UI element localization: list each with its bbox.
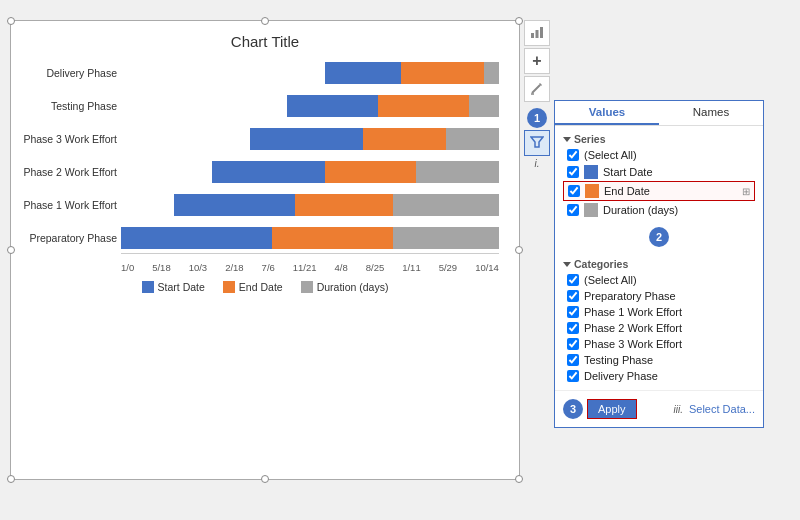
plus-icon: + (532, 52, 541, 70)
badge-2: 2 (649, 227, 669, 247)
bar-segment-orange (325, 161, 416, 183)
chart-elements-button[interactable] (524, 20, 550, 46)
bar-segment-orange (401, 62, 484, 84)
bar-segment-transparent (121, 95, 287, 117)
resize-handle-bl[interactable] (7, 475, 15, 483)
badge-2-row: 2 (555, 223, 763, 251)
footer-label: iii. (674, 404, 683, 415)
select-data-link[interactable]: Select Data... (689, 403, 755, 415)
category-item-label: Preparatory Phase (584, 290, 676, 302)
bar-label: Preparatory Phase (13, 232, 117, 244)
bar-label: Phase 2 Work Effort (13, 166, 117, 178)
categories-section: Categories (Select All)Preparatory Phase… (555, 251, 763, 388)
category-item-label: Delivery Phase (584, 370, 658, 382)
series-item-label: (Select All) (584, 149, 637, 161)
chart-toolbar: + 1 i. (524, 20, 550, 169)
legend-item: Duration (days) (301, 281, 389, 293)
category-checkbox[interactable] (567, 322, 579, 334)
category-checkbox[interactable] (567, 306, 579, 318)
series-checkbox[interactable] (567, 149, 579, 161)
x-axis-label: 8/25 (366, 262, 385, 273)
legend-item: End Date (223, 281, 283, 293)
series-checkbox[interactable] (568, 185, 580, 197)
bar-label: Phase 3 Work Effort (13, 133, 117, 145)
series-item-label: Duration (days) (603, 204, 678, 216)
x-axis-line (121, 253, 499, 254)
tab-values[interactable]: Values (555, 101, 659, 125)
filter-panel-footer: 3 Apply iii. Select Data... (555, 390, 763, 427)
resize-handle-tm[interactable] (261, 17, 269, 25)
bar-row: Phase 3 Work Effort (121, 126, 499, 152)
add-element-button[interactable]: + (524, 48, 550, 74)
category-checkbox[interactable] (567, 290, 579, 302)
series-items: (Select All)Start DateEnd Date⊞Duration … (563, 147, 755, 219)
bar-label: Testing Phase (13, 100, 117, 112)
bar-segment-blue (325, 62, 401, 84)
bar-row: Delivery Phase (121, 60, 499, 86)
resize-handle-tl[interactable] (7, 17, 15, 25)
x-axis-label: 7/6 (262, 262, 275, 273)
x-axis-label: 2/18 (225, 262, 244, 273)
category-checkbox[interactable] (567, 370, 579, 382)
category-filter-item: Testing Phase (563, 352, 755, 368)
bar-segment-orange (378, 95, 469, 117)
badge-3: 3 (563, 399, 583, 419)
resize-handle-bm[interactable] (261, 475, 269, 483)
bar-segment-transparent (121, 161, 212, 183)
legend-label: Start Date (158, 281, 205, 293)
bar-segment-gray (469, 95, 499, 117)
category-checkbox[interactable] (567, 274, 579, 286)
category-checkbox[interactable] (567, 338, 579, 350)
apply-button[interactable]: Apply (587, 399, 637, 419)
bar-segments (121, 194, 499, 216)
bar-segment-gray (416, 161, 499, 183)
bar-segments (121, 227, 499, 249)
bar-row: Phase 1 Work Effort (121, 192, 499, 218)
legend-color-box (223, 281, 235, 293)
bar-segments (121, 62, 499, 84)
resize-handle-mr[interactable] (515, 246, 523, 254)
categories-header: Categories (563, 255, 755, 272)
svg-rect-1 (536, 30, 539, 38)
x-axis-label: 4/8 (335, 262, 348, 273)
category-filter-item: Phase 3 Work Effort (563, 336, 755, 352)
series-checkbox[interactable] (567, 166, 579, 178)
bar-segment-transparent (121, 62, 325, 84)
resize-handle-br[interactable] (515, 475, 523, 483)
bar-segment-orange (295, 194, 393, 216)
bar-segment-gray (446, 128, 499, 150)
series-checkbox[interactable] (567, 204, 579, 216)
chart-elements-icon (530, 25, 544, 42)
category-checkbox[interactable] (567, 354, 579, 366)
series-item-label: Start Date (603, 166, 653, 178)
resize-handle-ml[interactable] (7, 246, 15, 254)
x-axis-label: 1/11 (402, 262, 421, 273)
filter-button[interactable] (524, 130, 550, 156)
legend-item: Start Date (142, 281, 205, 293)
bar-segment-blue (212, 161, 325, 183)
filter-tabs: Values Names (555, 101, 763, 126)
series-filter-item: End Date⊞ (563, 181, 755, 201)
bar-segments (121, 161, 499, 183)
x-axis: 1/05/1810/32/187/611/214/88/251/115/2910… (11, 258, 519, 273)
category-item-label: Testing Phase (584, 354, 653, 366)
format-icon (530, 81, 544, 98)
tab-names[interactable]: Names (659, 101, 763, 125)
bar-row: Preparatory Phase (121, 225, 499, 251)
series-color-orange-icon (585, 184, 599, 198)
resize-handle-tr[interactable] (515, 17, 523, 25)
series-item-label: End Date (604, 185, 650, 197)
series-header: Series (563, 130, 755, 147)
bar-segment-gray (393, 194, 499, 216)
legend-color-box (301, 281, 313, 293)
x-axis-label: 10/3 (189, 262, 208, 273)
category-filter-item: (Select All) (563, 272, 755, 288)
category-item-label: (Select All) (584, 274, 637, 286)
format-button[interactable] (524, 76, 550, 102)
svg-rect-0 (531, 33, 534, 38)
bar-row: Phase 2 Work Effort (121, 159, 499, 185)
apply-section: 3 Apply (563, 397, 637, 421)
series-filter-item: Duration (days) (563, 201, 755, 219)
bar-segment-orange (363, 128, 446, 150)
filter-button-wrapper: 1 i. (524, 106, 550, 169)
